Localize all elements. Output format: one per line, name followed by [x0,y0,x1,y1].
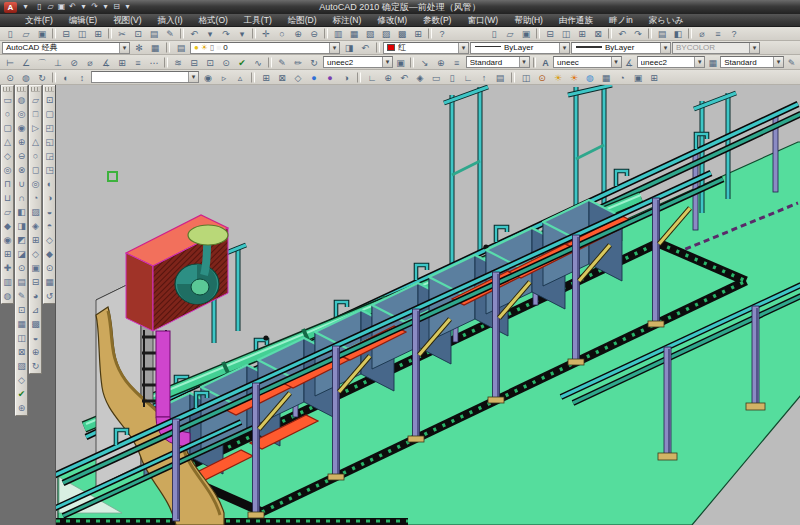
taper-faces-icon[interactable]: ◧ [16,205,27,219]
sun-status-icon[interactable]: ☀ [566,71,582,84]
menu-window[interactable]: 窗口(W) [460,14,505,26]
toolbar-grip[interactable] [3,87,12,92]
menu-express-1[interactable]: 由作通族 [552,14,600,26]
network-surface-icon[interactable]: □ [30,107,41,121]
dim-aligned-icon[interactable]: ∠ [18,56,34,69]
style-manager-icon[interactable]: ✎ [785,56,798,69]
bulb-icon[interactable]: ● [194,43,199,52]
save-icon[interactable]: ▣ [34,27,50,40]
ucs-view-icon[interactable]: ▯ [444,71,460,84]
interfere-icon[interactable]: ✔ [16,387,27,401]
union-icon[interactable]: ◍ [16,93,27,107]
pyramid-icon[interactable]: ⊓ [2,177,13,191]
save-icon[interactable]: ▣ [56,1,67,13]
toolbar-grip[interactable] [31,87,40,92]
menu-express-2[interactable]: 畔ノin [602,14,640,26]
materials-icon[interactable]: ◍ [582,71,598,84]
view-ne-icon[interactable]: ◒ [44,205,55,219]
tolerance-icon[interactable]: ⊡ [202,56,218,69]
quick-dim-icon[interactable]: ⊞ [114,56,130,69]
rotate-faces-icon[interactable]: ∩ [16,191,27,205]
text-style-combo[interactable]: uneec ▾ [553,56,622,68]
match-properties-icon[interactable]: ✎ [162,27,178,40]
box-icon[interactable]: ▭ [2,93,13,107]
make-current-icon[interactable]: ◨ [341,41,357,54]
surface-trim-icon[interactable]: ◎ [30,177,41,191]
chevron-down-icon[interactable]: ▾ [119,43,129,53]
sheetset-manager-icon[interactable]: ▨ [378,27,394,40]
view-nw-icon[interactable]: ◓ [44,219,55,233]
3d-rotate-icon[interactable]: ⊕ [30,345,41,359]
copy-icon[interactable]: ⊡ [130,27,146,40]
dim-arc-icon[interactable]: ⌒ [34,56,50,69]
view-sw-icon[interactable]: ◐ [44,177,55,191]
list-icon[interactable]: ≡ [710,27,726,40]
separator[interactable] [648,28,652,39]
3d-wireframe-icon[interactable]: ⊠ [274,71,290,84]
menu-modify[interactable]: 修改(M) [370,14,414,26]
copy-edges-icon[interactable]: ◪ [16,247,27,261]
publish-icon[interactable]: ⊞ [574,27,590,40]
redo-icon[interactable]: ↷ [218,27,234,40]
workspace-settings-icon[interactable]: ✻ [131,41,147,54]
markup-icon[interactable]: ▩ [394,27,410,40]
subtract-icon[interactable]: ◎ [16,107,27,121]
swivel-icon[interactable]: ◐ [58,71,74,84]
view-front-icon[interactable]: ◲ [44,149,55,163]
toolbar-grip[interactable] [45,87,54,92]
separator[interactable] [52,28,56,39]
dim-linear-icon[interactable]: ⊢ [2,56,18,69]
zoom-window-icon[interactable]: ⊕ [290,27,306,40]
quickcalc-icon[interactable]: ⊞ [410,27,426,40]
surface-offset-icon[interactable]: ○ [30,149,41,163]
chevron-down-icon[interactable]: ▾ [749,43,759,53]
cv-rebuild-icon[interactable]: ◕ [30,289,41,303]
view-back-icon[interactable]: ◳ [44,163,55,177]
fly-icon[interactable]: ⊙ [44,261,55,275]
conceptual-style-icon[interactable]: ● [322,71,338,84]
menu-file[interactable]: 文件(F) [18,14,60,26]
redo-dropdown-icon[interactable]: ▾ [234,27,250,40]
pan-icon[interactable]: ✛ [258,27,274,40]
3d-move-icon[interactable]: ◒ [30,331,41,345]
plot-dropdown-icon[interactable]: ▾ [122,1,133,13]
sun-icon[interactable]: ☀ [201,43,208,52]
extract-edges-icon[interactable]: ◇ [16,373,27,387]
dim-ordinate-icon[interactable]: ⊥ [50,56,66,69]
sphere-icon[interactable]: ○ [2,107,13,121]
render-settings-icon[interactable]: ▣ [630,71,646,84]
separator[interactable] [180,28,184,39]
cone-icon[interactable]: △ [2,135,13,149]
surface-sculpt-icon[interactable]: ◈ [30,219,41,233]
qnew-icon[interactable]: ▯ [2,27,18,40]
model-space-canvas[interactable] [55,85,800,525]
color-chip-icon[interactable]: ■ [216,43,221,52]
dim-edit-icon[interactable]: ✎ [274,56,290,69]
imprint-icon[interactable]: ▤ [16,275,27,289]
fan-outlet-disc[interactable] [188,225,228,245]
view-left-icon[interactable]: ◰ [44,121,55,135]
environment-icon[interactable]: ◔ [614,71,630,84]
qnew-icon[interactable]: ▯ [34,1,45,13]
sweep-icon[interactable]: ⊞ [2,247,13,261]
zoom-realtime-icon[interactable]: ○ [274,27,290,40]
mleader-style-combo[interactable]: Standard ▾ [466,56,530,68]
menu-express-3[interactable]: 家らいみ [642,14,691,26]
undo-icon[interactable]: ↶ [186,27,202,40]
measure-icon[interactable]: ⌀ [694,27,710,40]
redo-dropdown-icon[interactable]: ▾ [100,1,111,13]
view-top-icon[interactable]: ⊡ [44,93,55,107]
dim-text-edit-icon[interactable]: ✏ [290,56,306,69]
3d-model-view[interactable] [56,85,800,525]
cv-remove-icon[interactable]: ▩ [30,317,41,331]
layers-icon[interactable]: ▤ [654,27,670,40]
plot-preview-icon[interactable]: ◫ [558,27,574,40]
plot-icon[interactable]: ⊟ [111,1,122,13]
multileader-icon[interactable]: ↘ [417,56,433,69]
table-style-icon[interactable]: ▦ [706,56,719,69]
tool-palettes-icon[interactable]: ▧ [362,27,378,40]
ucs-face-icon[interactable]: ◈ [412,71,428,84]
3d-scale-icon[interactable]: ↻ [30,359,41,373]
zoom-previous-icon[interactable]: ⊖ [306,27,322,40]
separator[interactable] [608,28,612,39]
